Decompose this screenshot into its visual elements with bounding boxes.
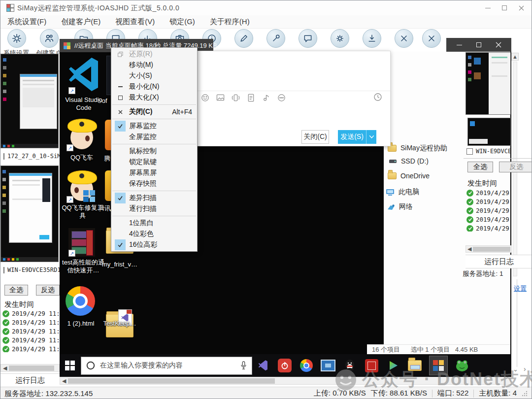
menu-item-progressive-scan[interactable]: 逐行扫描 <box>111 203 197 214</box>
log-header: 发生时间 <box>4 300 34 309</box>
menu-item-mouse-control[interactable]: 鼠标控制 <box>111 146 197 157</box>
invert-select-button-right[interactable]: 反选 <box>499 162 532 172</box>
chat-close-button[interactable]: 关闭(C) <box>301 130 329 144</box>
thumb-chat-window <box>9 173 52 243</box>
scrollbar-thumb[interactable] <box>68 378 275 384</box>
menu-item-save-snapshot[interactable]: 保存快照 <box>111 178 197 189</box>
host-thumbnail-1[interactable] <box>0 54 59 148</box>
scrollbar-thumb[interactable] <box>9 366 54 371</box>
close-button[interactable] <box>513 2 530 14</box>
right-horizontal-scrollbar[interactable]: ◀ <box>466 245 512 253</box>
file-transfer-icon[interactable] <box>247 94 255 102</box>
maximize-button[interactable] <box>472 39 485 51</box>
desktop-icon-qq-speed[interactable]: ↗ <box>66 119 97 151</box>
host-thumbnail-4[interactable] <box>467 118 511 146</box>
history-clock-icon[interactable] <box>373 93 382 101</box>
shortcut-arrow-icon: ↗ <box>66 196 73 203</box>
tree-item-network[interactable]: 网络 <box>387 202 413 211</box>
left-horizontal-scrollbar[interactable]: ◀ <box>0 364 60 372</box>
message-area[interactable] <box>197 51 390 91</box>
menu-item-close[interactable]: 关闭(C) Alt+F4 <box>111 106 197 117</box>
settings-gear-icon[interactable] <box>331 29 349 48</box>
menu-item-minimize[interactable]: 最小化(N) <box>111 81 197 92</box>
log-row: 2019/4/29 <box>466 189 512 197</box>
menu-item-4bit-color[interactable]: 4位彩色 <box>111 229 197 239</box>
scroll-left-icon[interactable]: ◀ <box>62 378 66 384</box>
menu-view[interactable]: 视图查看(V) <box>115 17 155 27</box>
users-icon <box>40 29 59 48</box>
taskbar-remote-app-icon[interactable] <box>321 358 335 373</box>
host-checkbox-1[interactable] <box>3 153 4 160</box>
menu-about[interactable]: 关于程序(H) <box>210 17 250 27</box>
shake-window-icon[interactable] <box>232 94 240 102</box>
menu-lock[interactable]: 锁定(G) <box>169 17 195 27</box>
start-button[interactable] <box>63 358 77 373</box>
mic-icon[interactable] <box>240 361 247 370</box>
run-log-tab[interactable]: 运行日志 <box>0 373 60 388</box>
menu-item-black-screen[interactable]: 屏幕黑屏 <box>111 167 197 178</box>
emoji-icon[interactable] <box>201 94 209 102</box>
host-checkbox-3[interactable] <box>466 148 473 155</box>
invert-select-button[interactable]: 反选 <box>36 285 60 296</box>
taskbar-chrome-icon[interactable] <box>299 358 314 373</box>
gear-icon <box>7 29 26 48</box>
success-icon <box>466 225 473 232</box>
host-thumbnail-2[interactable] <box>0 166 59 262</box>
success-icon <box>2 346 9 353</box>
menu-item-maximize[interactable]: 最大化(X) <box>111 92 197 103</box>
scrollbar-thumb[interactable] <box>473 247 510 252</box>
taskbar-vscode-icon[interactable] <box>256 358 270 373</box>
scroll-left-icon[interactable]: ◀ <box>467 246 471 252</box>
pencil-icon[interactable] <box>234 29 253 48</box>
select-all-button-right[interactable]: 全选 <box>467 162 493 172</box>
run-log-tab-right[interactable]: 运行日志 <box>466 255 532 268</box>
log-list-right: 2019/4/29 2019/4/29 2019/4/29 2019/4/29 … <box>466 189 512 232</box>
close-button[interactable] <box>492 39 505 51</box>
scroll-left-icon[interactable]: ◀ <box>3 366 7 371</box>
menu-item-lock-input[interactable]: 锁定鼠键 <box>111 157 197 167</box>
shortcut-arrow-icon: ↗ <box>68 250 75 257</box>
wechat-face-icon <box>334 368 357 391</box>
send-options-dropdown[interactable] <box>366 135 376 138</box>
menu-item-1bit-bw[interactable]: 1位黑白 <box>111 218 197 229</box>
scroll-up-icon[interactable]: ▲ <box>511 53 519 61</box>
menu-item-size[interactable]: 大小(S) <box>111 70 197 81</box>
menu-item-move[interactable]: 移动(M) <box>111 60 197 70</box>
tree-item-simay[interactable]: SiMay远程协助 <box>388 144 447 153</box>
minimize-button[interactable] <box>479 2 496 14</box>
tree-item-this-pc[interactable]: 此电脑 <box>386 188 419 197</box>
chat-icon[interactable] <box>299 29 317 48</box>
log-row: 2019/4/29 <box>466 207 512 214</box>
thumb-window <box>20 74 57 129</box>
settings-link[interactable]: 设置 <box>514 284 527 293</box>
close-x-icon[interactable] <box>395 29 413 48</box>
maximize-button[interactable] <box>496 2 513 14</box>
tree-item-onedrive[interactable]: OneDrive <box>388 172 430 180</box>
chat-send-button[interactable]: 发送(S) <box>338 130 376 144</box>
host-thumbnail-3[interactable] <box>466 52 511 115</box>
wrench-icon[interactable] <box>266 29 285 48</box>
menu-item-16bit-color[interactable]: 16位高彩 <box>111 239 197 250</box>
folder-icon <box>388 172 397 179</box>
desktop-icon-vscode[interactable]: ↗ <box>68 56 99 94</box>
download-icon[interactable] <box>363 29 381 48</box>
menu-item-fullscreen-monitor[interactable]: 全屏监控 <box>111 132 197 142</box>
close-x2-icon[interactable] <box>422 29 441 48</box>
minimize-button[interactable] <box>453 39 466 51</box>
host-checkbox-2[interactable] <box>3 267 4 273</box>
taskbar-search[interactable]: 在这里输入你要搜索的内容 <box>81 357 252 375</box>
desktop-icon-winrar[interactable]: ↗ <box>68 228 95 257</box>
taskbar-netease-music-icon[interactable] <box>277 358 292 373</box>
menu-item-screen-monitor[interactable]: 屏幕监控 <box>111 121 197 132</box>
image-icon[interactable] <box>216 94 225 102</box>
more-icon[interactable] <box>277 94 286 102</box>
menu-item-diff-scan[interactable]: 差异扫描 <box>111 193 197 203</box>
menu-system-settings[interactable]: 系统设置(F) <box>7 17 46 27</box>
desktop-icon-qq-speed-repair[interactable]: ↗ <box>66 170 97 203</box>
audio-icon[interactable] <box>262 94 270 102</box>
menu-create-client[interactable]: 创建客户(E) <box>61 17 100 27</box>
checked-icon <box>115 193 126 203</box>
tree-item-ssd[interactable]: SSD (D:) <box>389 157 429 165</box>
desktop-icon-chrome-html[interactable] <box>66 286 96 318</box>
select-all-button[interactable]: 全选 <box>4 285 28 296</box>
